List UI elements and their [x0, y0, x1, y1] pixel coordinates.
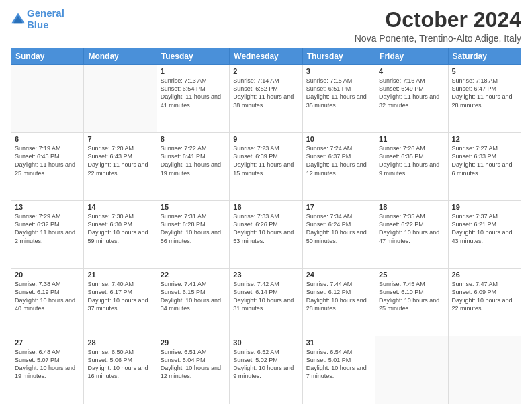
- table-row: 2 Sunrise: 7:14 AMSunset: 6:52 PMDayligh…: [230, 65, 302, 133]
- header-wednesday: Wednesday: [230, 48, 302, 65]
- header-sunday: Sunday: [11, 48, 84, 65]
- logo: General Blue: [11, 8, 64, 30]
- day-number: 8: [161, 135, 226, 143]
- table-row: 11 Sunrise: 7:26 AMSunset: 6:35 PMDaylig…: [375, 133, 448, 201]
- day-number: 17: [306, 203, 371, 211]
- calendar-week-1: 1 Sunrise: 7:13 AMSunset: 6:54 PMDayligh…: [11, 65, 521, 133]
- table-row: 22 Sunrise: 7:41 AMSunset: 6:15 PMDaylig…: [157, 269, 229, 336]
- day-number: 22: [161, 271, 226, 279]
- day-info: Sunrise: 7:31 AMSunset: 6:28 PMDaylight:…: [161, 212, 226, 245]
- table-row: 29 Sunrise: 6:51 AMSunset: 5:04 PMDaylig…: [157, 336, 229, 404]
- day-info: Sunrise: 6:48 AMSunset: 5:07 PMDaylight:…: [15, 348, 80, 381]
- logo-icon: [11, 12, 26, 27]
- table-row: 15 Sunrise: 7:31 AMSunset: 6:28 PMDaylig…: [157, 201, 229, 269]
- table-row: 8 Sunrise: 7:22 AMSunset: 6:41 PMDayligh…: [157, 133, 229, 201]
- day-number: 12: [452, 135, 517, 143]
- calendar-week-5: 27 Sunrise: 6:48 AMSunset: 5:07 PMDaylig…: [11, 336, 521, 404]
- table-row: 7 Sunrise: 7:20 AMSunset: 6:43 PMDayligh…: [84, 133, 157, 201]
- table-row: 18 Sunrise: 7:35 AMSunset: 6:22 PMDaylig…: [375, 201, 448, 269]
- table-row: 16 Sunrise: 7:33 AMSunset: 6:26 PMDaylig…: [230, 201, 302, 269]
- day-number: 29: [161, 338, 226, 347]
- logo-text: General Blue: [27, 8, 64, 30]
- day-number: 24: [306, 271, 371, 279]
- day-info: Sunrise: 7:22 AMSunset: 6:41 PMDaylight:…: [161, 144, 226, 177]
- day-number: 31: [306, 338, 371, 347]
- table-row: 10 Sunrise: 7:24 AMSunset: 6:37 PMDaylig…: [302, 133, 375, 201]
- table-row: 6 Sunrise: 7:19 AMSunset: 6:45 PMDayligh…: [11, 133, 84, 201]
- table-row: [11, 65, 84, 133]
- calendar-table: Sunday Monday Tuesday Wednesday Thursday…: [11, 48, 521, 404]
- table-row: 25 Sunrise: 7:45 AMSunset: 6:10 PMDaylig…: [375, 269, 448, 336]
- day-number: 2: [233, 67, 298, 75]
- day-number: 3: [306, 67, 371, 75]
- day-info: Sunrise: 7:44 AMSunset: 6:12 PMDaylight:…: [306, 280, 371, 313]
- day-number: 14: [87, 203, 152, 211]
- day-info: Sunrise: 7:23 AMSunset: 6:39 PMDaylight:…: [233, 144, 298, 177]
- day-info: Sunrise: 6:50 AMSunset: 5:06 PMDaylight:…: [87, 348, 152, 381]
- day-info: Sunrise: 7:37 AMSunset: 6:21 PMDaylight:…: [452, 212, 517, 245]
- day-number: 16: [233, 203, 298, 211]
- day-info: Sunrise: 7:34 AMSunset: 6:24 PMDaylight:…: [306, 212, 371, 245]
- day-info: Sunrise: 7:30 AMSunset: 6:30 PMDaylight:…: [87, 212, 152, 245]
- day-info: Sunrise: 7:27 AMSunset: 6:33 PMDaylight:…: [452, 144, 517, 177]
- day-number: 9: [233, 135, 298, 143]
- day-info: Sunrise: 7:41 AMSunset: 6:15 PMDaylight:…: [161, 280, 226, 313]
- day-number: 27: [15, 338, 80, 347]
- page: General Blue October 2024 Nova Ponente, …: [0, 0, 532, 411]
- header-saturday: Saturday: [448, 48, 521, 65]
- table-row: 14 Sunrise: 7:30 AMSunset: 6:30 PMDaylig…: [84, 201, 157, 269]
- calendar-week-3: 13 Sunrise: 7:29 AMSunset: 6:32 PMDaylig…: [11, 201, 521, 269]
- day-info: Sunrise: 7:35 AMSunset: 6:22 PMDaylight:…: [379, 212, 444, 245]
- table-row: 9 Sunrise: 7:23 AMSunset: 6:39 PMDayligh…: [230, 133, 302, 201]
- day-number: 10: [306, 135, 371, 143]
- table-row: 17 Sunrise: 7:34 AMSunset: 6:24 PMDaylig…: [302, 201, 375, 269]
- day-info: Sunrise: 7:24 AMSunset: 6:37 PMDaylight:…: [306, 144, 371, 177]
- day-info: Sunrise: 7:18 AMSunset: 6:47 PMDaylight:…: [452, 77, 517, 109]
- day-number: 6: [15, 135, 80, 143]
- day-info: Sunrise: 7:45 AMSunset: 6:10 PMDaylight:…: [379, 280, 444, 313]
- header: General Blue October 2024 Nova Ponente, …: [11, 8, 521, 44]
- day-number: 15: [161, 203, 226, 211]
- table-row: 5 Sunrise: 7:18 AMSunset: 6:47 PMDayligh…: [448, 65, 521, 133]
- day-info: Sunrise: 6:51 AMSunset: 5:04 PMDaylight:…: [161, 348, 226, 381]
- table-row: 20 Sunrise: 7:38 AMSunset: 6:19 PMDaylig…: [11, 269, 84, 336]
- day-number: 5: [452, 67, 517, 75]
- day-info: Sunrise: 7:47 AMSunset: 6:09 PMDaylight:…: [452, 280, 517, 313]
- table-row: [375, 336, 448, 404]
- month-title: October 2024: [355, 8, 521, 32]
- day-number: 7: [87, 135, 152, 143]
- table-row: 19 Sunrise: 7:37 AMSunset: 6:21 PMDaylig…: [448, 201, 521, 269]
- table-row: [84, 65, 157, 133]
- day-info: Sunrise: 7:38 AMSunset: 6:19 PMDaylight:…: [15, 280, 80, 313]
- day-info: Sunrise: 7:13 AMSunset: 6:54 PMDaylight:…: [161, 77, 226, 109]
- calendar-week-4: 20 Sunrise: 7:38 AMSunset: 6:19 PMDaylig…: [11, 269, 521, 336]
- table-row: 3 Sunrise: 7:15 AMSunset: 6:51 PMDayligh…: [302, 65, 375, 133]
- day-number: 4: [379, 67, 444, 75]
- day-info: Sunrise: 7:14 AMSunset: 6:52 PMDaylight:…: [233, 77, 298, 109]
- table-row: 12 Sunrise: 7:27 AMSunset: 6:33 PMDaylig…: [448, 133, 521, 201]
- day-info: Sunrise: 6:54 AMSunset: 5:01 PMDaylight:…: [306, 348, 371, 381]
- day-number: 1: [161, 67, 226, 75]
- calendar-header-row: Sunday Monday Tuesday Wednesday Thursday…: [11, 48, 521, 65]
- day-number: 25: [379, 271, 444, 279]
- day-info: Sunrise: 7:16 AMSunset: 6:49 PMDaylight:…: [379, 77, 444, 109]
- day-info: Sunrise: 7:42 AMSunset: 6:14 PMDaylight:…: [233, 280, 298, 313]
- day-number: 30: [233, 338, 298, 347]
- day-info: Sunrise: 7:40 AMSunset: 6:17 PMDaylight:…: [87, 280, 152, 313]
- location: Nova Ponente, Trentino-Alto Adige, Italy: [355, 33, 521, 44]
- table-row: 23 Sunrise: 7:42 AMSunset: 6:14 PMDaylig…: [230, 269, 302, 336]
- day-number: 11: [379, 135, 444, 143]
- day-info: Sunrise: 6:52 AMSunset: 5:02 PMDaylight:…: [233, 348, 298, 381]
- day-number: 18: [379, 203, 444, 211]
- day-info: Sunrise: 7:29 AMSunset: 6:32 PMDaylight:…: [15, 212, 80, 245]
- table-row: 24 Sunrise: 7:44 AMSunset: 6:12 PMDaylig…: [302, 269, 375, 336]
- table-row: 21 Sunrise: 7:40 AMSunset: 6:17 PMDaylig…: [84, 269, 157, 336]
- day-info: Sunrise: 7:26 AMSunset: 6:35 PMDaylight:…: [379, 144, 444, 177]
- table-row: 28 Sunrise: 6:50 AMSunset: 5:06 PMDaylig…: [84, 336, 157, 404]
- day-info: Sunrise: 7:20 AMSunset: 6:43 PMDaylight:…: [87, 144, 152, 177]
- table-row: 13 Sunrise: 7:29 AMSunset: 6:32 PMDaylig…: [11, 201, 84, 269]
- table-row: 30 Sunrise: 6:52 AMSunset: 5:02 PMDaylig…: [230, 336, 302, 404]
- day-info: Sunrise: 7:15 AMSunset: 6:51 PMDaylight:…: [306, 77, 371, 109]
- header-monday: Monday: [84, 48, 157, 65]
- table-row: 31 Sunrise: 6:54 AMSunset: 5:01 PMDaylig…: [302, 336, 375, 404]
